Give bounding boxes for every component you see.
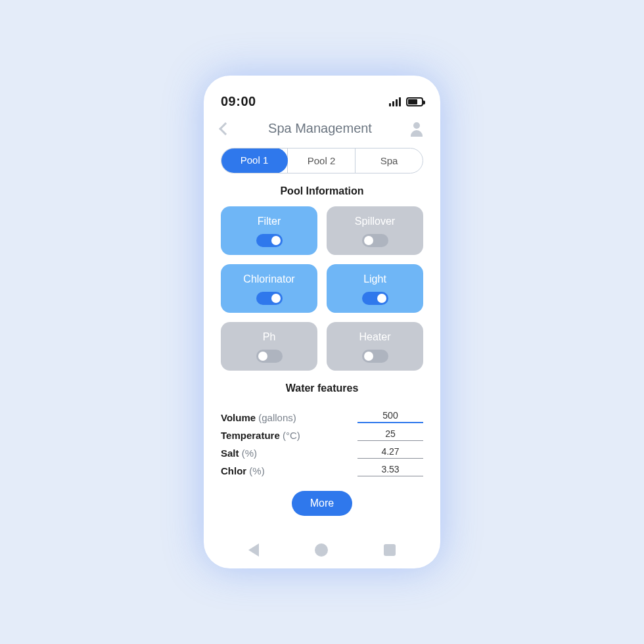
pool-info-heading: Pool Information — [221, 185, 423, 197]
android-navbar — [221, 532, 423, 557]
tab-spa[interactable]: Spa — [355, 149, 423, 173]
status-time: 09:00 — [221, 94, 256, 109]
controls-grid: Filter Spillover Chlorinator Light Ph He… — [221, 206, 423, 371]
page-title: Spa Management — [268, 121, 372, 136]
control-filter[interactable]: Filter — [221, 206, 317, 255]
water-features-heading: Water features — [221, 382, 423, 394]
feature-label: Temperature (°C) — [221, 430, 300, 441]
nav-recent-icon[interactable] — [384, 544, 396, 556]
control-label: Chlorinator — [243, 273, 294, 285]
battery-icon — [406, 97, 423, 106]
header: Spa Management — [221, 121, 423, 136]
more-button[interactable]: More — [292, 491, 352, 516]
control-label: Heater — [359, 331, 390, 343]
toggle-switch[interactable] — [362, 350, 388, 363]
profile-icon[interactable] — [410, 122, 423, 135]
control-heater[interactable]: Heater — [327, 322, 423, 371]
feature-label: Volume (gallons) — [221, 412, 296, 423]
nav-back-icon[interactable] — [248, 543, 259, 557]
feature-salt: Salt (%) 4.27 — [221, 446, 423, 459]
feature-value-input[interactable]: 4.27 — [357, 446, 423, 459]
feature-volume: Volume (gallons) 500 — [221, 410, 423, 423]
status-right — [389, 97, 423, 106]
signal-icon — [389, 97, 401, 106]
nav-home-icon[interactable] — [315, 543, 328, 557]
tab-pool-2[interactable]: Pool 2 — [287, 149, 355, 173]
toggle-switch[interactable] — [256, 234, 283, 247]
toggle-switch[interactable] — [362, 292, 388, 305]
feature-value-input[interactable]: 25 — [357, 428, 423, 441]
chevron-left-icon — [219, 122, 232, 135]
toggle-switch[interactable] — [362, 234, 388, 247]
feature-value-input[interactable]: 3.53 — [357, 464, 423, 476]
pool-tabs: Pool 1 Pool 2 Spa — [221, 148, 423, 173]
water-features-list: Volume (gallons) 500 Temperature (°C) 25… — [221, 405, 423, 482]
phone-frame: 09:00 Spa Management Pool 1 Pool 2 Spa P… — [204, 76, 440, 568]
tab-pool-1[interactable]: Pool 1 — [221, 148, 288, 173]
feature-temperature: Temperature (°C) 25 — [221, 428, 423, 441]
feature-value-input[interactable]: 500 — [357, 410, 423, 423]
toggle-switch[interactable] — [256, 292, 283, 305]
status-bar: 09:00 — [221, 94, 423, 109]
control-ph[interactable]: Ph — [221, 322, 317, 371]
back-button[interactable] — [221, 124, 230, 133]
feature-label: Chlor (%) — [221, 465, 265, 476]
control-light[interactable]: Light — [327, 264, 423, 313]
control-spillover[interactable]: Spillover — [327, 206, 423, 255]
control-label: Ph — [263, 331, 276, 343]
toggle-switch[interactable] — [256, 350, 283, 363]
control-label: Light — [363, 273, 386, 285]
control-label: Spillover — [355, 216, 395, 227]
control-chlorinator[interactable]: Chlorinator — [221, 264, 317, 313]
feature-label: Salt (%) — [221, 448, 257, 459]
control-label: Filter — [258, 216, 281, 227]
feature-chlor: Chlor (%) 3.53 — [221, 464, 423, 476]
